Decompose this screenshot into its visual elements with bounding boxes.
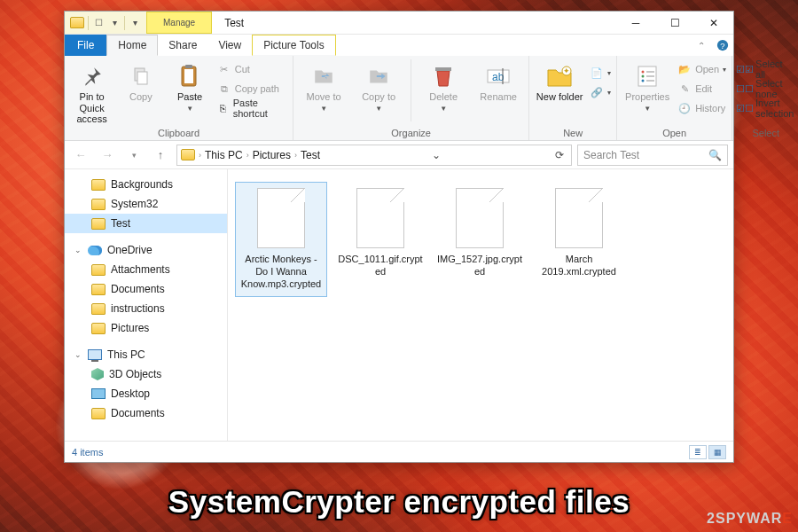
- navigation-bar: ← → ▾ ↑ › This PC › Pictures › Test ⌄ ⟳ …: [65, 141, 733, 169]
- cut-button[interactable]: ✂ Cut: [217, 59, 287, 79]
- edit-button[interactable]: ✎ Edit: [677, 79, 726, 98]
- view-switcher: ≣ ▦: [689, 445, 726, 459]
- cut-icon: ✂: [217, 62, 231, 76]
- address-bar[interactable]: › This PC › Pictures › Test ⌄ ⟳: [176, 145, 572, 166]
- file-item[interactable]: March 2019.xml.crypted: [533, 182, 625, 297]
- sidebar-item-onedrive[interactable]: ⌄OneDrive: [65, 240, 227, 260]
- tab-picture-tools[interactable]: Picture Tools: [252, 35, 335, 56]
- open-button[interactable]: 📂 Open ▾: [677, 59, 726, 79]
- pin-to-quick-access-button[interactable]: Pin to Quick access: [70, 59, 113, 125]
- easy-access-button[interactable]: 🔗▾: [590, 82, 611, 102]
- svg-rect-7: [435, 67, 451, 71]
- folder-icon: [181, 149, 195, 160]
- label: Backgrounds: [111, 178, 173, 191]
- sidebar-item-documents[interactable]: Documents: [65, 279, 227, 299]
- chevron-down-icon: ▼: [375, 105, 382, 113]
- copy-path-button[interactable]: ⧉ Copy path: [217, 79, 287, 98]
- new-folder-button[interactable]: ✦ New folder: [535, 59, 584, 103]
- refresh-button[interactable]: ⟳: [552, 149, 567, 161]
- recent-locations-button[interactable]: ▾: [123, 145, 145, 166]
- copy-path-icon: ⧉: [217, 82, 231, 96]
- move-to-button[interactable]: Move to ▼: [299, 59, 348, 113]
- file-list[interactable]: Arctic Monkeys - Do I Wanna Know.mp3.cry…: [228, 169, 733, 441]
- sidebar-item-backgrounds[interactable]: Backgrounds: [65, 175, 227, 194]
- invert-selection-button[interactable]: ☑☐ Invert selection: [738, 98, 794, 118]
- collapse-icon[interactable]: ⌄: [74, 350, 82, 359]
- tab-view[interactable]: View: [207, 35, 252, 56]
- window-title: Test: [212, 17, 244, 29]
- help-button[interactable]: ?: [712, 35, 733, 56]
- sidebar-item-pictures[interactable]: Pictures: [65, 318, 227, 338]
- svg-point-18: [642, 80, 645, 82]
- sidebar-item-3d-objects[interactable]: 3D Objects: [65, 364, 227, 384]
- sidebar-item-attachments[interactable]: Attachments: [65, 260, 227, 279]
- maximize-button[interactable]: ☐: [655, 12, 694, 35]
- chevron-down-icon: ▼: [644, 105, 651, 113]
- rename-button[interactable]: ab Rename: [473, 59, 523, 103]
- sidebar-item-test[interactable]: Test: [65, 214, 227, 233]
- breadcrumb[interactable]: Pictures: [253, 149, 291, 161]
- svg-rect-5: [184, 69, 193, 83]
- file-tab[interactable]: File: [65, 35, 106, 56]
- select-none-button[interactable]: ☐☐ Select none: [738, 79, 794, 98]
- file-item[interactable]: IMG_1527.jpg.crypted: [434, 182, 526, 297]
- forward-button[interactable]: →: [97, 145, 118, 166]
- label: OneDrive: [107, 244, 153, 256]
- new-item-button[interactable]: 📄▾: [590, 63, 611, 82]
- tab-share[interactable]: Share: [158, 35, 207, 56]
- label: Edit: [695, 83, 712, 94]
- search-box[interactable]: Search Test 🔍: [577, 145, 728, 166]
- paste-shortcut-button[interactable]: ⎘ Paste shortcut: [217, 98, 287, 118]
- minimize-button[interactable]: ─: [616, 12, 655, 35]
- history-button[interactable]: 🕘 History: [677, 98, 726, 118]
- sidebar-item-this-pc[interactable]: ⌄This PC: [65, 345, 227, 364]
- item-count: 4 items: [72, 447, 103, 458]
- folder-icon: [91, 199, 106, 210]
- folder-icon: [70, 17, 84, 28]
- file-item[interactable]: Arctic Monkeys - Do I Wanna Know.mp3.cry…: [235, 182, 327, 297]
- file-item[interactable]: DSC_1011.gif.crypted: [334, 182, 426, 297]
- sidebar-item-documents[interactable]: Documents: [65, 403, 227, 423]
- group-label: New: [535, 126, 611, 138]
- address-dropdown-button[interactable]: ⌄: [428, 149, 444, 161]
- sidebar-item-desktop[interactable]: Desktop: [65, 384, 227, 403]
- label: Attachments: [111, 263, 170, 276]
- contextual-tab-header: Manage: [146, 12, 212, 34]
- label: Paste: [177, 91, 202, 103]
- new-folder-icon: ✦: [546, 63, 573, 90]
- qat-button[interactable]: ▾: [108, 17, 121, 29]
- up-button[interactable]: ↑: [150, 145, 171, 166]
- collapse-ribbon-button[interactable]: ⌃: [691, 35, 712, 56]
- separator: [88, 16, 89, 30]
- close-button[interactable]: ✕: [694, 12, 733, 35]
- folder-icon: [91, 218, 106, 230]
- collapse-icon[interactable]: ⌄: [74, 246, 82, 254]
- svg-point-14: [642, 71, 645, 74]
- qat-button[interactable]: ☐: [92, 17, 105, 29]
- paste-button[interactable]: Paste ▼: [168, 59, 211, 113]
- open-icon: 📂: [677, 62, 692, 76]
- properties-icon: [634, 63, 661, 90]
- new-item-icon: 📄: [590, 66, 604, 80]
- tab-home[interactable]: Home: [106, 35, 158, 56]
- folder-icon: [91, 323, 106, 334]
- qat-overflow[interactable]: ▾: [129, 17, 141, 29]
- label: Pin to Quick access: [70, 91, 113, 125]
- properties-button[interactable]: Properties ▼: [622, 59, 672, 113]
- copy-to-button[interactable]: Copy to ▼: [354, 59, 403, 113]
- icons-view-button[interactable]: ▦: [708, 445, 726, 459]
- details-view-button[interactable]: ≣: [689, 445, 707, 459]
- breadcrumb[interactable]: Test: [301, 149, 320, 161]
- sidebar-item-instructions[interactable]: instructions: [65, 299, 227, 318]
- group-select: ☑☑ Select all ☐☐ Select none ☑☐ Invert s…: [732, 56, 798, 140]
- chevron-down-icon: ▾: [723, 66, 726, 74]
- delete-button[interactable]: Delete ▼: [419, 59, 468, 113]
- navigation-pane[interactable]: Backgrounds System32 Test ⌄OneDrive Atta…: [65, 169, 228, 441]
- select-all-button[interactable]: ☑☑ Select all: [738, 59, 794, 79]
- copy-button[interactable]: Copy: [119, 59, 162, 103]
- label: Paste shortcut: [233, 98, 287, 119]
- sidebar-item-system32[interactable]: System32: [65, 194, 227, 214]
- folder-icon: [91, 408, 106, 419]
- back-button[interactable]: ←: [70, 145, 91, 166]
- breadcrumb[interactable]: This PC: [205, 149, 243, 161]
